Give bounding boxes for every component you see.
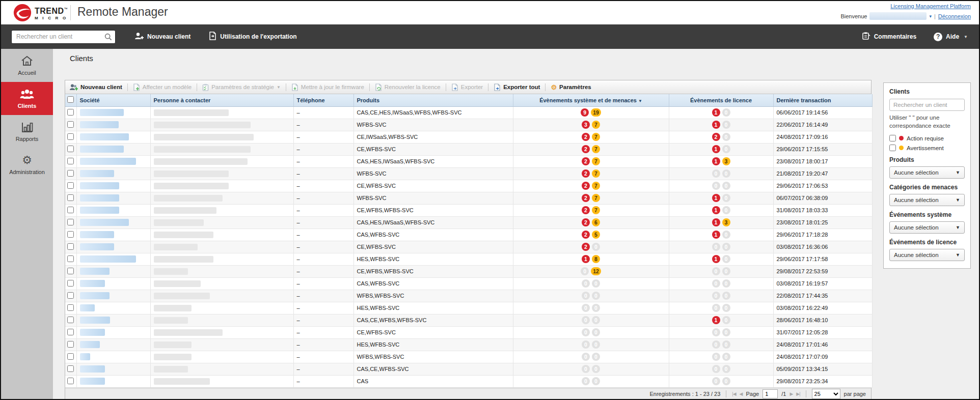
next-page-icon[interactable]: ▶: [790, 391, 793, 396]
company-redacted[interactable]: [80, 170, 114, 177]
company-redacted[interactable]: [80, 243, 114, 250]
company-cell[interactable]: [76, 192, 150, 204]
company-cell[interactable]: [76, 253, 150, 265]
company-redacted[interactable]: [80, 219, 129, 226]
company-cell[interactable]: [76, 338, 150, 351]
sidebar-item-accueil[interactable]: Accueil: [1, 49, 53, 82]
row-checkbox[interactable]: [67, 268, 74, 274]
col-evenements-systeme[interactable]: Évènements système et de menaces▼: [513, 94, 669, 106]
company-cell[interactable]: [76, 228, 150, 241]
row-checkbox[interactable]: [67, 353, 74, 360]
company-redacted[interactable]: [80, 182, 119, 189]
first-page-icon[interactable]: |◀: [732, 391, 736, 396]
export-usage-button[interactable]: Utilisation de l'exportation: [209, 32, 296, 42]
sidebar-item-administration[interactable]: ⚙ Administration: [1, 148, 53, 181]
new-client-topbar-button[interactable]: Nouveau client: [134, 32, 190, 42]
company-redacted[interactable]: [80, 317, 110, 324]
select-all-checkbox[interactable]: [67, 96, 74, 103]
row-checkbox[interactable]: [67, 194, 74, 201]
filter-select-categories-de-menaces[interactable]: Aucune sélection▼: [889, 194, 965, 206]
company-cell[interactable]: [76, 180, 150, 192]
company-redacted[interactable]: [80, 255, 136, 263]
row-checkbox[interactable]: [67, 158, 74, 164]
sidebar-item-clients[interactable]: Clients: [1, 82, 53, 115]
company-redacted[interactable]: [80, 329, 105, 336]
company-cell[interactable]: [76, 216, 150, 228]
sidebar-item-rapports[interactable]: Rapports: [1, 115, 53, 148]
filter-select-evenements-systeme[interactable]: Aucune sélection▼: [889, 221, 965, 234]
row-checkbox[interactable]: [67, 292, 74, 299]
row-checkbox[interactable]: [67, 109, 74, 116]
row-checkbox[interactable]: [67, 170, 74, 177]
company-redacted[interactable]: [80, 231, 114, 238]
company-redacted[interactable]: [80, 280, 105, 287]
company-redacted[interactable]: [80, 109, 124, 116]
avertissement-checkbox[interactable]: [889, 145, 896, 151]
per-page-select[interactable]: 25: [812, 389, 840, 399]
company-cell[interactable]: [76, 131, 150, 143]
company-redacted[interactable]: [80, 207, 119, 214]
row-checkbox[interactable]: [67, 378, 74, 384]
comments-button[interactable]: Commentaires: [862, 32, 916, 42]
username-redacted[interactable]: [869, 12, 927, 20]
company-redacted[interactable]: [80, 121, 119, 128]
company-redacted[interactable]: [80, 378, 105, 385]
company-cell[interactable]: [76, 155, 150, 167]
company-redacted[interactable]: [80, 158, 136, 165]
company-redacted[interactable]: [80, 304, 95, 311]
company-cell[interactable]: [76, 241, 150, 253]
row-checkbox[interactable]: [67, 231, 74, 238]
action-nouveau-client-button[interactable]: Nouveau client: [69, 83, 122, 91]
filter-client-search-input[interactable]: [889, 99, 965, 111]
previous-page-icon[interactable]: ◀: [740, 391, 743, 396]
search-icon[interactable]: [104, 33, 112, 43]
last-page-icon[interactable]: ▶|: [796, 391, 800, 396]
licensing-management-link[interactable]: Licensing Management Platform: [890, 3, 971, 9]
col-societe[interactable]: Société: [76, 94, 150, 106]
logout-link[interactable]: Déconnexion: [938, 13, 971, 19]
row-checkbox[interactable]: [67, 280, 74, 287]
chevron-down-icon[interactable]: ▾: [929, 14, 932, 19]
company-cell[interactable]: [76, 326, 150, 338]
company-redacted[interactable]: [80, 146, 124, 153]
company-cell[interactable]: [76, 351, 150, 363]
row-checkbox[interactable]: [67, 255, 74, 262]
company-redacted[interactable]: [80, 292, 110, 299]
row-checkbox[interactable]: [67, 207, 74, 213]
col-derniere-transaction[interactable]: Dernière transaction: [773, 94, 872, 106]
page-number-input[interactable]: [763, 389, 778, 398]
help-button[interactable]: ? Aide ▼: [934, 33, 968, 41]
filter-select-evenements-de-licence[interactable]: Aucune sélection▼: [889, 249, 965, 261]
company-cell[interactable]: [76, 167, 150, 180]
row-checkbox[interactable]: [67, 146, 74, 152]
action-exporter-tout-button[interactable]: Exporter tout: [494, 83, 540, 91]
row-checkbox[interactable]: [67, 182, 74, 189]
row-checkbox[interactable]: [67, 243, 74, 250]
col-produits[interactable]: Produits: [353, 94, 513, 106]
row-checkbox[interactable]: [67, 304, 74, 311]
company-redacted[interactable]: [80, 268, 110, 275]
row-checkbox[interactable]: [67, 219, 74, 225]
action-requise-checkbox[interactable]: [889, 135, 896, 141]
company-cell[interactable]: [76, 143, 150, 155]
col-evenements-licence[interactable]: Évènements de licence: [669, 94, 773, 106]
company-redacted[interactable]: [80, 365, 105, 373]
row-checkbox[interactable]: [67, 329, 74, 335]
client-search-input[interactable]: [11, 30, 116, 44]
company-redacted[interactable]: [80, 133, 129, 140]
company-cell[interactable]: [76, 277, 150, 290]
row-checkbox[interactable]: [67, 121, 74, 128]
filter-select-produits[interactable]: Aucune sélection▼: [889, 166, 965, 179]
company-redacted[interactable]: [80, 353, 90, 360]
company-cell[interactable]: [76, 302, 150, 314]
company-cell[interactable]: [76, 119, 150, 131]
row-checkbox[interactable]: [67, 341, 74, 348]
action-parametres-button[interactable]: ⚙Paramètres: [551, 84, 591, 91]
company-cell[interactable]: [76, 265, 150, 277]
row-checkbox[interactable]: [67, 317, 74, 323]
company-cell[interactable]: [76, 314, 150, 326]
row-checkbox[interactable]: [67, 133, 74, 140]
col-personne-a-contacter[interactable]: Personne à contacter: [150, 94, 293, 106]
company-redacted[interactable]: [80, 341, 100, 348]
company-cell[interactable]: [76, 290, 150, 302]
